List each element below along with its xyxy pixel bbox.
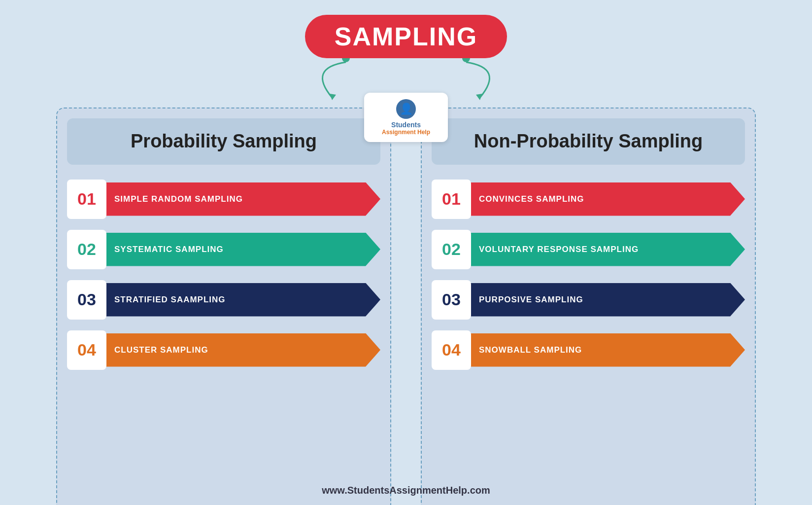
right-items-container: 01CONVINCES SAMPLING02VOLUNTARY RESPONSE… [432,180,745,370]
item-row: 04SNOWBALL SAMPLING [432,330,745,370]
banner-label: SIMPLE RANDOM SAMPLING [102,182,380,216]
item-number: 01 [67,180,106,219]
item-row: 04CLUSTER SAMPLING [67,330,380,370]
logo-ah: Assignment Help [382,129,430,136]
right-panel: Non-Probability Sampling 01CONVINCES SAM… [421,108,756,505]
footer: www.StudentsAssignmentHelp.com [0,485,812,496]
item-row: 02SYSTEMATIC SAMPLING [67,230,380,269]
logo-students: Students [391,121,421,129]
banner-label: SYSTEMATIC SAMPLING [102,233,380,266]
arrow-banner: SYSTEMATIC SAMPLING [102,233,380,266]
arrow-banner: CLUSTER SAMPLING [102,333,380,367]
item-number: 02 [432,230,471,269]
banner-label: PURPOSIVE SAMPLING [467,283,745,317]
item-number: 02 [67,230,106,269]
item-number: 03 [432,280,471,320]
item-row: 01CONVINCES SAMPLING [432,180,745,219]
arrow-banner: PURPOSIVE SAMPLING [467,283,745,317]
arrow-banner: SIMPLE RANDOM SAMPLING [102,182,380,216]
right-panel-header: Non-Probability Sampling [432,118,745,165]
logo-icon: 👤 [396,99,416,119]
item-number: 04 [432,330,471,370]
main-title: SAMPLING [305,15,507,58]
title-section: SAMPLING [0,15,812,103]
banner-label: STRATIFIED SAAMPLING [102,283,380,317]
banner-label: VOLUNTARY RESPONSE SAMPLING [467,233,745,266]
arrow-banner: SNOWBALL SAMPLING [467,333,745,367]
item-number: 04 [67,330,106,370]
main-content: 👤 Students Assignment Help Probability S… [0,108,812,505]
arrow-banner: CONVINCES SAMPLING [467,182,745,216]
arrow-banner: VOLUNTARY RESPONSE SAMPLING [467,233,745,266]
item-number: 01 [432,180,471,219]
item-number: 03 [67,280,106,320]
banner-label: CLUSTER SAMPLING [102,333,380,367]
item-row: 02VOLUNTARY RESPONSE SAMPLING [432,230,745,269]
arrow-banner: STRATIFIED SAAMPLING [102,283,380,317]
banner-label: CONVINCES SAMPLING [467,182,745,216]
left-panel: Probability Sampling 01SIMPLE RANDOM SAM… [56,108,391,505]
item-row: 03STRATIFIED SAAMPLING [67,280,380,320]
banner-label: SNOWBALL SAMPLING [467,333,745,367]
left-items-container: 01SIMPLE RANDOM SAMPLING02SYSTEMATIC SAM… [67,180,380,370]
item-row: 01SIMPLE RANDOM SAMPLING [67,180,380,219]
item-row: 03PURPOSIVE SAMPLING [432,280,745,320]
center-logo: 👤 Students Assignment Help [364,93,448,142]
left-panel-header: Probability Sampling [67,118,380,165]
